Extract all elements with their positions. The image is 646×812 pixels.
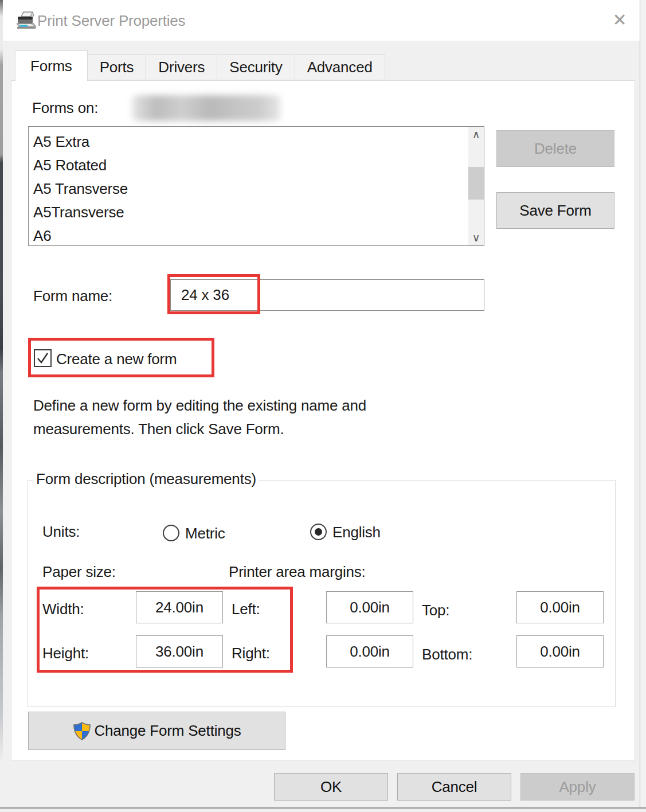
list-item[interactable]: A5Transverse xyxy=(29,201,468,224)
scrollbar-thumb[interactable] xyxy=(468,167,484,200)
tab-security[interactable]: Security xyxy=(217,54,295,80)
right-margin-label: Right: xyxy=(232,645,270,662)
uac-shield-icon xyxy=(72,721,92,741)
print-server-properties-dialog: Print Server Properties ✕ Forms Ports Dr… xyxy=(3,0,640,812)
height-label: Height: xyxy=(42,645,89,662)
forms-tab-page: Forms on: A5 Extra A5 Rotated A5 Transve… xyxy=(11,80,635,760)
right-margin-input[interactable] xyxy=(326,635,413,667)
top-margin-input[interactable] xyxy=(516,591,604,623)
form-name-label: Form name: xyxy=(33,287,112,305)
list-item[interactable]: A5 Rotated xyxy=(29,154,468,177)
printer-icon xyxy=(15,10,37,30)
scroll-down-icon[interactable]: ∨ xyxy=(468,230,484,245)
create-new-form-checkbox[interactable] xyxy=(34,349,52,367)
forms-listbox[interactable]: A5 Extra A5 Rotated A5 Transverse A5Tran… xyxy=(28,126,484,246)
close-icon[interactable]: ✕ xyxy=(606,8,633,32)
window-bottom-edge xyxy=(0,809,646,812)
scroll-up-icon[interactable]: ∧ xyxy=(468,127,484,142)
tab-drivers[interactable]: Drivers xyxy=(146,54,217,80)
apply-button: Apply xyxy=(520,773,635,801)
list-item[interactable]: A5 Extra xyxy=(29,130,468,154)
form-description-group-label: Form description (measurements) xyxy=(33,470,259,488)
top-margin-label: Top: xyxy=(422,602,449,619)
vertical-scrollbar[interactable]: ∧ ∨ xyxy=(468,127,484,245)
create-new-form-label: Create a new form xyxy=(56,350,177,368)
save-form-button[interactable]: Save Form xyxy=(496,192,614,229)
server-name-redacted xyxy=(132,95,280,121)
left-margin-input[interactable] xyxy=(326,591,413,623)
change-form-settings-label: Change Form Settings xyxy=(94,722,241,740)
width-label: Width: xyxy=(42,600,84,618)
form-name-input[interactable] xyxy=(170,279,484,311)
title-bar[interactable]: Print Server Properties ✕ xyxy=(3,0,640,41)
change-form-settings-button[interactable]: Change Form Settings xyxy=(28,712,285,750)
printer-area-margins-label: Printer area margins: xyxy=(229,563,366,581)
units-label: Units: xyxy=(42,523,80,541)
instructions-text: Define a new form by editing the existin… xyxy=(33,394,440,441)
bottom-margin-input[interactable] xyxy=(516,635,604,667)
tab-advanced[interactable]: Advanced xyxy=(295,54,385,80)
delete-button: Delete xyxy=(496,130,614,167)
english-radio[interactable] xyxy=(310,524,327,540)
ok-button[interactable]: OK xyxy=(274,773,388,801)
metric-radio[interactable] xyxy=(163,525,179,541)
forms-on-label: Forms on: xyxy=(32,99,98,117)
bottom-margin-label: Bottom: xyxy=(422,646,472,663)
left-margin-label: Left: xyxy=(232,600,260,618)
width-input[interactable] xyxy=(136,591,223,623)
tab-forms[interactable]: Forms xyxy=(15,50,88,81)
paper-size-label: Paper size: xyxy=(42,563,116,581)
forms-listbox-items: A5 Extra A5 Rotated A5 Transverse A5Tran… xyxy=(29,130,468,248)
checkmark-icon xyxy=(35,350,50,366)
list-item[interactable]: A6 xyxy=(29,224,468,248)
radio-selected-dot xyxy=(315,528,322,536)
english-radio-label[interactable]: English xyxy=(332,524,381,541)
list-item[interactable]: A5 Transverse xyxy=(29,177,468,201)
height-input[interactable] xyxy=(136,635,223,667)
tab-strip: Forms Ports Drivers Security Advanced xyxy=(15,50,385,81)
tab-ports[interactable]: Ports xyxy=(87,54,147,80)
cancel-button[interactable]: Cancel xyxy=(397,773,511,801)
metric-radio-label[interactable]: Metric xyxy=(185,525,225,542)
window-title: Print Server Properties xyxy=(37,12,185,30)
